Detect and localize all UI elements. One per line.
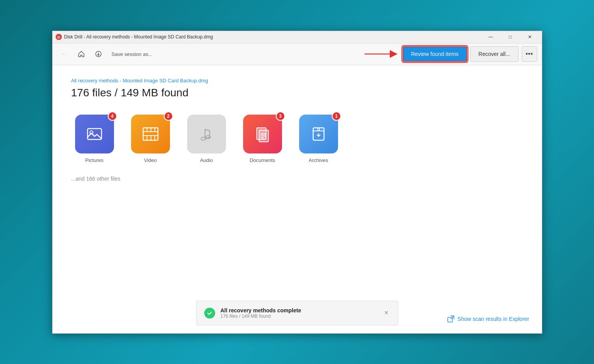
notification-bar: All recovery methods complete 176 files …: [196, 301, 398, 326]
audio-icon-bg: [187, 115, 226, 153]
archives-badge: 1: [332, 111, 341, 121]
audio-icon-wrap: [187, 115, 226, 153]
titlebar: D Disk Drill - All recovery methods - Mo…: [53, 31, 542, 44]
download-button[interactable]: [91, 47, 105, 61]
home-icon: [78, 51, 85, 57]
documents-icon-wrap: 3: [243, 115, 282, 153]
toolbar: ← Save session as...: [53, 44, 542, 65]
review-arrow-indicator: [364, 49, 400, 59]
documents-svg-icon: [252, 124, 273, 144]
pictures-label: Pictures: [85, 157, 103, 163]
content-subtitle: All recovery methods - Mounted Image SD …: [71, 78, 523, 84]
window-title: Disk Drill - All recovery methods - Moun…: [64, 34, 482, 40]
pictures-badge: 4: [108, 111, 117, 121]
category-video[interactable]: 2 Video: [127, 115, 174, 163]
show-explorer-label: Show scan results in Explorer: [457, 316, 529, 322]
category-audio[interactable]: Audio: [183, 115, 230, 163]
back-button[interactable]: ←: [57, 47, 71, 61]
pictures-icon-wrap: 4: [75, 115, 114, 153]
video-icon-bg: [131, 115, 170, 153]
video-icon-wrap: 2: [131, 115, 170, 153]
app-window: D Disk Drill - All recovery methods - Mo…: [52, 31, 542, 334]
archives-svg-icon: [308, 124, 329, 144]
maximize-button[interactable]: □: [501, 31, 519, 43]
save-session-label: Save session as...: [112, 51, 153, 57]
download-icon: [95, 51, 102, 57]
main-content: All recovery methods - Mounted Image SD …: [53, 65, 542, 333]
pictures-icon-bg: [75, 115, 114, 153]
video-badge: 2: [164, 111, 173, 121]
video-label: Video: [144, 157, 157, 163]
pictures-svg-icon: [84, 124, 105, 144]
documents-badge: 3: [276, 111, 285, 121]
review-found-items-button[interactable]: Review found items: [403, 46, 467, 62]
main-heading: 176 files / 149 MB found: [71, 87, 523, 99]
archives-label: Archives: [309, 157, 328, 163]
documents-icon-bg: [243, 115, 282, 153]
archives-icon-wrap: 1: [299, 115, 338, 153]
show-explorer-link[interactable]: Show scan results in Explorer: [447, 315, 529, 322]
app-icon: D: [56, 34, 62, 40]
category-documents[interactable]: 3 Documents: [239, 115, 286, 163]
audio-svg-icon: [196, 124, 217, 144]
category-pictures[interactable]: 4 Pictures: [71, 115, 118, 163]
audio-label: Audio: [200, 157, 213, 163]
close-button[interactable]: ✕: [521, 31, 539, 43]
minimize-button[interactable]: —: [482, 31, 500, 43]
red-arrow-icon: [364, 49, 400, 59]
checkmark-icon: [207, 310, 213, 316]
notification-text: All recovery methods complete 176 files …: [221, 307, 377, 319]
svg-text:D: D: [57, 35, 60, 39]
external-link-icon: [447, 315, 454, 322]
documents-label: Documents: [250, 157, 275, 163]
video-svg-icon: [140, 124, 161, 144]
archives-icon-bg: [299, 115, 338, 153]
categories-container: 4 Pictures: [71, 115, 523, 163]
save-session-button[interactable]: Save session as...: [109, 50, 156, 59]
recover-all-button[interactable]: Recover all...: [470, 46, 519, 62]
notification-success-icon: [204, 308, 215, 319]
other-files-text: ...and 166 other files: [71, 176, 523, 182]
notification-subtitle: 176 files / 149 MB found: [221, 313, 377, 319]
category-archives[interactable]: 1 Archives: [295, 115, 342, 163]
more-options-button[interactable]: •••: [522, 46, 537, 62]
notification-close-button[interactable]: ×: [383, 309, 390, 317]
notification-title: All recovery methods complete: [221, 307, 377, 313]
window-controls: — □ ✕: [482, 31, 539, 43]
svg-rect-4: [88, 129, 102, 139]
home-button[interactable]: [74, 47, 88, 61]
